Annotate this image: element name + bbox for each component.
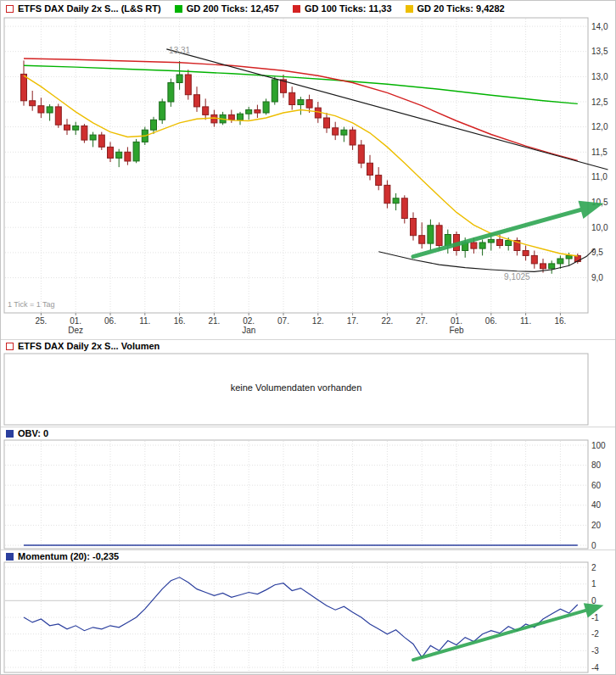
legend-gd20: GD 20 Ticks: 9,4282 (406, 3, 505, 14)
momentum-y-label: 0 (591, 596, 596, 605)
price-y-label: 9,5 (591, 248, 603, 257)
legend-instrument: ETFS DAX Daily 2x S... (L&S RT) (6, 3, 161, 14)
momentum-y-label: -4 (591, 663, 599, 672)
price-x-label: 11. (139, 316, 150, 326)
legend-gd100-label: GD 100 Ticks: 11,33 (305, 3, 392, 14)
price-x-label: 27. (416, 316, 428, 326)
momentum-panel-title: Momentum (20): -0,235 (18, 551, 119, 561)
obv-y-label: 80 (591, 460, 602, 470)
price-x-label: 17. (347, 316, 359, 326)
volume-panel-title: ETFS DAX Daily 2x S... Volumen (18, 341, 160, 351)
momentum-series-icon (6, 553, 14, 561)
low-price-annotation: 9,1025 (504, 272, 530, 282)
price-x-label: 25. (35, 316, 47, 326)
obv-panel: 100806040200 (4, 440, 606, 550)
price-x-label: 12. (312, 316, 324, 326)
price-y-label: 13,0 (591, 72, 608, 81)
price-y-label: 11,0 (591, 172, 608, 181)
legend-gd100: GD 100 Ticks: 11,33 (293, 3, 392, 14)
high-price-annotation: 13,31 (169, 46, 190, 55)
gd200-icon (175, 5, 182, 13)
price-x-label: 16. (174, 316, 186, 326)
obv-y-label: 0 (591, 541, 596, 550)
momentum-y-label: 1 (591, 579, 596, 589)
legend-gd200: GD 200 Ticks: 12,457 (175, 3, 279, 14)
momentum-panel: 210-1-2-3-4 (4, 562, 603, 672)
price-x-label: 22. (381, 316, 393, 326)
momentum-y-label: -2 (591, 629, 599, 639)
price-panel: 14,013,513,012,512,011,511,010,510,09,59… (4, 18, 608, 335)
price-y-label: 14,0 (591, 22, 608, 31)
obv-series-icon (6, 430, 14, 438)
price-x-label: 06. (485, 316, 497, 326)
gd20-icon (406, 5, 413, 13)
legend-gd20-label: GD 20 Ticks: 9,4282 (417, 3, 505, 14)
obv-y-label: 100 (591, 441, 606, 450)
price-y-label: 12,0 (591, 122, 608, 131)
tick-scale-note: 1 Tick = 1 Tag (8, 300, 55, 309)
price-x-month-label: Jan (242, 326, 255, 335)
price-x-label: 01. (451, 316, 462, 326)
price-y-label: 11,5 (591, 148, 608, 157)
obv-panel-header: OBV: 0 (6, 428, 48, 438)
price-x-month-label: Feb (449, 326, 464, 335)
price-y-label: 9,0 (591, 273, 603, 282)
price-x-label: 07. (277, 316, 289, 326)
price-x-label: 02. (243, 316, 255, 326)
price-x-label: 21. (208, 316, 220, 326)
stock-chart-widget: 14,013,513,012,512,011,511,010,510,09,59… (0, 0, 616, 675)
obv-y-label: 20 (591, 521, 602, 530)
volume-empty-message: keine Volumendaten vorhanden (4, 382, 588, 393)
price-y-label: 12,5 (591, 98, 608, 107)
momentum-y-label: 2 (591, 563, 596, 572)
chart-canvas: 14,013,513,012,512,011,511,010,510,09,59… (1, 1, 616, 675)
price-x-label: 16. (554, 316, 566, 326)
price-x-label: 11. (520, 316, 531, 326)
instrument-icon (6, 5, 14, 13)
obv-y-label: 60 (591, 481, 602, 490)
price-x-month-label: Dez (68, 326, 83, 335)
momentum-y-label: -1 (591, 613, 599, 622)
chart-legend: ETFS DAX Daily 2x S... (L&S RT) GD 200 T… (6, 3, 505, 14)
price-y-label: 10,0 (591, 223, 608, 232)
volume-series-icon (6, 343, 14, 350)
momentum-panel-header: Momentum (20): -0,235 (6, 551, 119, 561)
momentum-y-label: -3 (591, 646, 599, 655)
gd100-icon (293, 5, 300, 13)
legend-gd200-label: GD 200 Ticks: 12,457 (187, 3, 279, 14)
volume-panel-header: ETFS DAX Daily 2x S... Volumen (6, 341, 160, 351)
obv-panel-title: OBV: 0 (18, 428, 48, 438)
price-y-label: 13,5 (591, 47, 608, 56)
legend-instrument-label: ETFS DAX Daily 2x S... (L&S RT) (18, 3, 161, 14)
obv-y-label: 40 (591, 500, 602, 510)
price-x-label: 01. (70, 316, 81, 326)
price-x-label: 06. (104, 316, 116, 326)
